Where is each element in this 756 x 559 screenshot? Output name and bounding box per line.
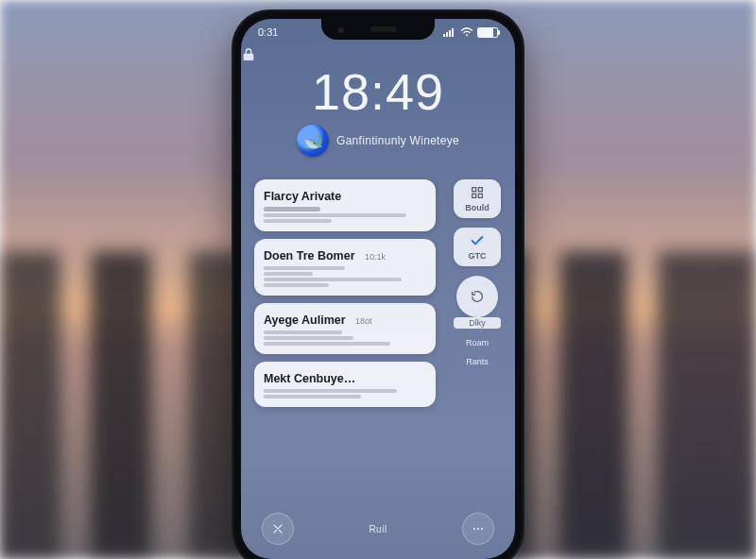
more-icon xyxy=(472,522,485,535)
svg-rect-2 xyxy=(449,30,451,37)
notch xyxy=(321,19,435,40)
svg-rect-5 xyxy=(472,188,476,192)
svg-rect-0 xyxy=(443,34,445,37)
notification-card[interactable]: Ayege Aulimer 18öt xyxy=(254,303,436,354)
grid-icon xyxy=(470,185,485,200)
text-line xyxy=(264,283,329,287)
phone-frame: 0:31 18:49 🐋 Ganfintinunly Wineteye xyxy=(232,9,524,559)
notification-card[interactable]: Doen Tre Bomer 10:1k xyxy=(254,239,436,296)
text-line xyxy=(264,278,402,281)
lock-icon xyxy=(241,47,515,62)
widget-label: GTC xyxy=(469,251,487,261)
text-line xyxy=(264,342,390,346)
lock-screen-header: 18:49 🐋 Ganfintinunly Wineteye xyxy=(241,47,515,157)
svg-rect-3 xyxy=(452,28,454,37)
notification-body xyxy=(264,330,426,346)
svg-rect-7 xyxy=(472,194,476,197)
wifi-icon xyxy=(460,27,473,37)
text-line xyxy=(264,213,406,217)
globe-icon: 🐋 xyxy=(297,125,329,157)
battery-icon xyxy=(477,27,498,38)
notification-title: Ayege Aulimer xyxy=(264,313,346,327)
text-line xyxy=(264,219,332,223)
text-line xyxy=(264,272,313,276)
side-text[interactable]: Rants xyxy=(454,357,501,366)
notification-body xyxy=(264,389,426,398)
notification-stack: Flarcy Arivate Doen Tre Bomer 10:1k xyxy=(254,179,436,407)
signal-icon xyxy=(443,27,456,37)
more-button[interactable] xyxy=(462,513,494,545)
bottom-bar: Ruil xyxy=(241,510,515,548)
close-icon xyxy=(271,522,284,535)
svg-rect-1 xyxy=(446,32,448,37)
svg-rect-6 xyxy=(478,188,482,192)
widget-refresh[interactable] xyxy=(456,276,498,317)
svg-point-9 xyxy=(473,528,475,530)
text-line xyxy=(264,336,353,340)
svg-rect-8 xyxy=(478,194,482,197)
side-text[interactable]: Roam xyxy=(454,338,501,347)
close-button[interactable] xyxy=(262,513,294,545)
notification-body xyxy=(264,266,426,287)
text-line xyxy=(264,389,397,393)
notification-meta: 18öt xyxy=(355,316,372,326)
lock-screen-subtitle: Ganfintinunly Wineteye xyxy=(336,134,459,147)
notification-title: Flarcy Arivate xyxy=(264,190,341,203)
text-line xyxy=(264,330,342,334)
check-icon xyxy=(470,233,485,248)
text-line xyxy=(264,395,361,398)
widget-grid[interactable]: Bould xyxy=(454,179,501,218)
notification-card[interactable]: Mekt Cenbuye… xyxy=(254,362,436,407)
text-line xyxy=(264,207,320,212)
widget-label: Dlky xyxy=(454,317,501,329)
notification-body xyxy=(264,207,426,223)
refresh-icon xyxy=(470,289,485,304)
bottom-label[interactable]: Ruil xyxy=(369,524,387,534)
svg-point-10 xyxy=(477,528,479,530)
svg-point-4 xyxy=(466,34,468,36)
notification-title: Mekt Cenbuye… xyxy=(264,372,355,385)
widget-check[interactable]: GTC xyxy=(454,228,501,266)
clock-time: 18:49 xyxy=(241,66,515,117)
notification-meta: 10:1k xyxy=(365,252,386,262)
widget-label: Bould xyxy=(465,203,490,212)
svg-point-11 xyxy=(481,528,483,530)
text-line xyxy=(264,266,345,270)
notification-card[interactable]: Flarcy Arivate xyxy=(254,179,436,231)
notification-title: Doen Tre Bomer xyxy=(264,249,355,263)
status-time: 0:31 xyxy=(258,26,278,38)
side-widget-column: Bould GTC Dlky Roam Rants xyxy=(451,179,504,366)
lock-screen[interactable]: 0:31 18:49 🐋 Ganfintinunly Wineteye xyxy=(241,19,515,559)
